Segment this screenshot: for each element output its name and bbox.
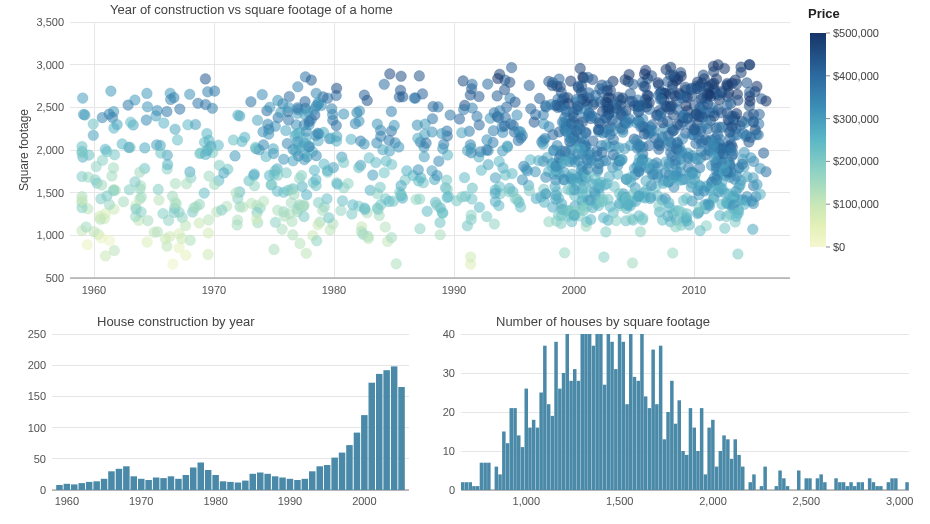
svg-point-1016 — [612, 169, 623, 180]
svg-rect-1491 — [309, 471, 316, 490]
svg-point-950 — [309, 104, 320, 115]
svg-point-617 — [524, 80, 535, 91]
svg-point-1230 — [141, 115, 152, 126]
svg-point-1364 — [638, 213, 649, 224]
svg-point-1078 — [239, 132, 250, 143]
svg-rect-1532 — [506, 443, 510, 490]
svg-point-1208 — [438, 143, 449, 154]
svg-point-1180 — [104, 109, 115, 120]
svg-point-1368 — [266, 179, 277, 190]
svg-text:30: 30 — [443, 367, 455, 379]
svg-point-1113 — [495, 105, 506, 116]
svg-point-963 — [142, 88, 153, 99]
svg-point-455 — [475, 146, 486, 157]
svg-text:1970: 1970 — [129, 495, 153, 507]
svg-point-1040 — [322, 165, 333, 176]
svg-point-544 — [203, 249, 214, 260]
svg-point-559 — [257, 89, 268, 100]
svg-rect-1531 — [502, 432, 506, 491]
svg-point-1122 — [299, 211, 310, 222]
svg-rect-1463 — [101, 479, 108, 490]
svg-text:3,000: 3,000 — [36, 59, 64, 71]
svg-point-1097 — [304, 116, 315, 127]
svg-point-1126 — [219, 168, 230, 179]
svg-rect-1593 — [734, 439, 738, 490]
svg-rect-1568 — [640, 334, 644, 490]
svg-rect-1631 — [875, 486, 879, 490]
svg-rect-1462 — [93, 481, 100, 490]
svg-point-1414 — [538, 118, 549, 129]
svg-rect-1470 — [153, 478, 160, 491]
svg-point-1286 — [736, 67, 747, 78]
svg-point-473 — [667, 248, 678, 259]
svg-point-836 — [750, 86, 761, 97]
svg-point-1295 — [702, 99, 713, 110]
svg-point-1220 — [715, 134, 726, 145]
svg-point-1424 — [709, 153, 720, 164]
svg-point-1308 — [156, 148, 167, 159]
svg-rect-1546 — [558, 389, 562, 490]
svg-text:1,500: 1,500 — [36, 187, 64, 199]
svg-point-741 — [635, 227, 646, 238]
svg-point-1293 — [294, 173, 305, 184]
svg-point-1150 — [639, 69, 650, 80]
svg-point-1099 — [289, 189, 300, 200]
svg-point-396 — [301, 248, 312, 259]
svg-point-1206 — [402, 165, 413, 176]
svg-point-811 — [585, 214, 596, 225]
svg-point-1260 — [332, 179, 343, 190]
svg-point-223 — [172, 135, 183, 146]
svg-text:$200,000: $200,000 — [833, 155, 879, 167]
svg-point-1423 — [181, 178, 192, 189]
svg-rect-1460 — [79, 483, 86, 490]
svg-point-1367 — [625, 89, 636, 100]
svg-point-1125 — [162, 159, 173, 170]
svg-rect-1535 — [517, 435, 521, 490]
svg-point-59 — [599, 252, 610, 263]
svg-point-1376 — [209, 86, 220, 97]
svg-point-306 — [362, 95, 373, 106]
svg-point-1268 — [603, 92, 614, 103]
svg-point-1344 — [135, 167, 146, 178]
svg-rect-1570 — [648, 408, 652, 490]
svg-rect-1548 — [566, 334, 570, 490]
svg-point-940 — [488, 125, 499, 136]
svg-rect-1534 — [513, 408, 517, 490]
svg-point-1381 — [655, 111, 666, 122]
svg-point-1386 — [723, 81, 734, 92]
svg-point-1110 — [541, 172, 552, 183]
svg-point-1266 — [711, 74, 722, 85]
svg-point-1410 — [77, 146, 88, 157]
svg-rect-1538 — [528, 428, 532, 490]
svg-rect-1579 — [681, 451, 685, 490]
svg-point-652 — [414, 71, 425, 82]
svg-point-1068 — [287, 216, 298, 227]
svg-point-1304 — [694, 83, 705, 94]
svg-point-1340 — [177, 233, 188, 244]
svg-text:40: 40 — [443, 328, 455, 340]
svg-point-1214 — [639, 81, 650, 92]
svg-rect-1536 — [521, 447, 525, 490]
svg-point-364 — [200, 74, 211, 85]
svg-text:3,000: 3,000 — [886, 495, 914, 507]
svg-point-1050 — [152, 105, 163, 116]
svg-text:10: 10 — [443, 445, 455, 457]
svg-point-1403 — [731, 171, 742, 182]
svg-rect-1557 — [599, 334, 603, 490]
svg-rect-1503 — [398, 387, 405, 490]
svg-point-1404 — [608, 134, 619, 145]
svg-point-1360 — [568, 111, 579, 122]
svg-rect-1469 — [145, 480, 152, 490]
svg-text:1990: 1990 — [278, 495, 302, 507]
svg-rect-1468 — [138, 479, 145, 490]
svg-point-724 — [207, 103, 218, 114]
svg-text:250: 250 — [28, 328, 46, 340]
svg-rect-1487 — [279, 478, 286, 491]
svg-rect-1520 — [461, 482, 465, 490]
svg-rect-1566 — [633, 377, 637, 490]
svg-point-1324 — [581, 128, 592, 139]
svg-point-1383 — [625, 172, 636, 183]
svg-rect-1481 — [235, 483, 242, 491]
svg-point-1271 — [190, 119, 201, 130]
svg-point-688 — [670, 222, 681, 233]
